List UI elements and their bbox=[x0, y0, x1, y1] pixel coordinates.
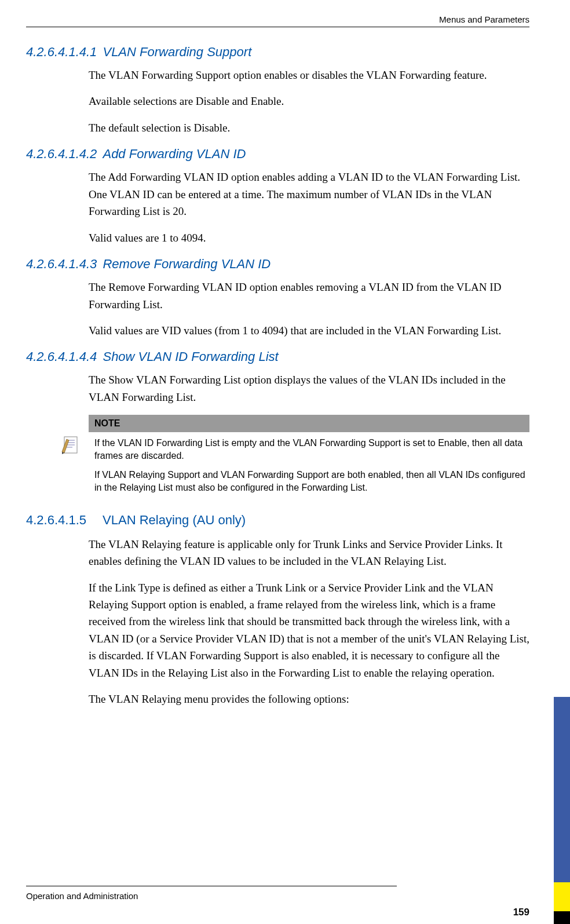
heading-title: VLAN Relaying (AU only) bbox=[103, 513, 246, 528]
tab-blue bbox=[554, 697, 570, 882]
body-para: The default selection is Disable. bbox=[89, 119, 529, 136]
footer: Operation and Administration bbox=[26, 886, 529, 901]
heading-title: VLAN Forwarding Support bbox=[103, 45, 251, 60]
body-para: Valid values are 1 to 4094. bbox=[89, 229, 529, 246]
body-para: The Add Forwarding VLAN ID option enable… bbox=[89, 169, 529, 220]
heading-title: Add Forwarding VLAN ID bbox=[103, 147, 246, 162]
page-number: 159 bbox=[513, 907, 529, 918]
note-icon bbox=[54, 415, 89, 455]
body-para: The VLAN Forwarding Support option enabl… bbox=[89, 67, 529, 83]
tab-black bbox=[554, 911, 570, 924]
heading-4-2-6-4-1-4-4: 4.2.6.4.1.4.4 Show VLAN ID Forwarding Li… bbox=[26, 349, 529, 364]
body-para: Valid values are VID values (from 1 to 4… bbox=[89, 322, 529, 339]
heading-num: 4.2.6.4.1.4.3 bbox=[26, 257, 97, 272]
heading-title: Show VLAN ID Forwarding List bbox=[103, 349, 278, 364]
heading-4-2-6-4-1-4-2: 4.2.6.4.1.4.2 Add Forwarding VLAN ID bbox=[26, 147, 529, 162]
body-para: The VLAN Relaying feature is applicable … bbox=[89, 536, 529, 570]
tab-yellow bbox=[554, 882, 570, 911]
note-para: If VLAN Relaying Support and VLAN Forwar… bbox=[89, 464, 529, 496]
header-rule bbox=[26, 27, 529, 27]
footer-rule bbox=[26, 886, 397, 886]
heading-4-2-6-4-1-4-1: 4.2.6.4.1.4.1 VLAN Forwarding Support bbox=[26, 45, 529, 60]
heading-4-2-6-4-1-5: 4.2.6.4.1.5 VLAN Relaying (AU only) bbox=[26, 513, 529, 528]
heading-num: 4.2.6.4.1.5 bbox=[26, 513, 86, 528]
body-para: Available selections are Disable and Ena… bbox=[89, 93, 529, 109]
side-tabs bbox=[554, 697, 570, 924]
body-para: The Show VLAN Forwarding List option dis… bbox=[89, 371, 529, 406]
header-chapter: Menus and Parameters bbox=[26, 14, 529, 24]
heading-num: 4.2.6.4.1.4.2 bbox=[26, 147, 97, 162]
heading-num: 4.2.6.4.1.4.4 bbox=[26, 349, 97, 364]
body-para: The Remove Forwarding VLAN ID option ena… bbox=[89, 279, 529, 313]
body-para: If the Link Type is defined as either a … bbox=[89, 579, 529, 682]
note-header: NOTE bbox=[89, 415, 529, 432]
note-box: NOTE If the VLAN ID Forwarding List is e… bbox=[54, 415, 529, 496]
heading-title: Remove Forwarding VLAN ID bbox=[103, 257, 271, 272]
footer-text: Operation and Administration bbox=[26, 891, 529, 901]
heading-4-2-6-4-1-4-3: 4.2.6.4.1.4.3 Remove Forwarding VLAN ID bbox=[26, 257, 529, 272]
heading-num: 4.2.6.4.1.4.1 bbox=[26, 45, 97, 60]
body-para: The VLAN Relaying menu provides the foll… bbox=[89, 691, 529, 707]
note-para: If the VLAN ID Forwarding List is empty … bbox=[89, 432, 529, 464]
